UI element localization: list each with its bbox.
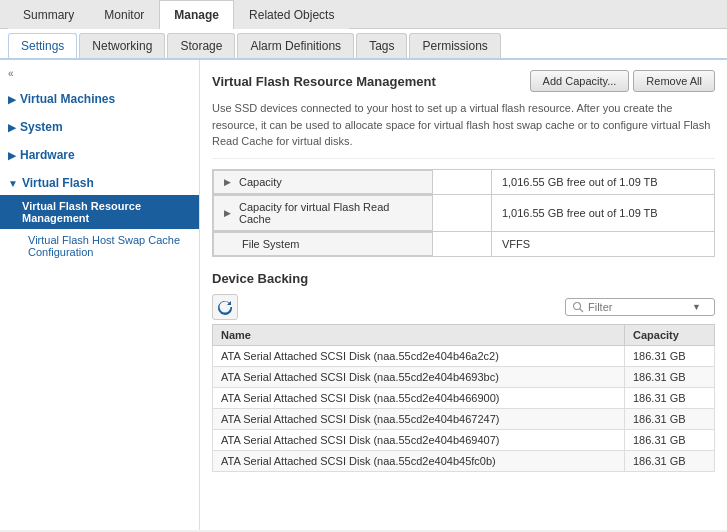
tab-manage[interactable]: Manage — [159, 0, 234, 29]
info-value: 1,016.55 GB free out of 1.09 TB — [491, 194, 714, 231]
tab-related-objects[interactable]: Related Objects — [234, 0, 349, 29]
info-label-text: Capacity for virtual Flash Read Cache — [239, 201, 422, 225]
description-text: Use SSD devices connected to your host t… — [212, 100, 715, 159]
device-name: ATA Serial Attached SCSI Disk (naa.55cd2… — [213, 450, 625, 471]
add-capacity-button[interactable]: Add Capacity... — [530, 70, 630, 92]
info-label: ▶ Capacity — [213, 170, 433, 194]
device-capacity: 186.31 GB — [625, 408, 715, 429]
btn-group: Add Capacity... Remove All — [530, 70, 715, 92]
info-table-row: ▶ Capacity for virtual Flash Read Cache … — [213, 194, 715, 231]
refresh-button[interactable] — [212, 294, 238, 320]
sidebar: « ▶ Virtual Machines ▶ System ▶ Hardware… — [0, 60, 200, 530]
tab-alarm-definitions[interactable]: Alarm Definitions — [237, 33, 354, 58]
expand-arrow[interactable]: ▶ — [224, 208, 231, 218]
sidebar-section-hardware: ▶ Hardware — [0, 143, 199, 167]
expand-arrow[interactable]: ▶ — [224, 177, 231, 187]
sidebar-item-vf-resource-mgmt[interactable]: Virtual Flash Resource Management — [0, 195, 199, 229]
device-name: ATA Serial Attached SCSI Disk (naa.55cd2… — [213, 429, 625, 450]
chevron-down-icon: ▼ — [8, 178, 18, 189]
tab-networking[interactable]: Networking — [79, 33, 165, 58]
device-capacity: 186.31 GB — [625, 366, 715, 387]
info-label-text: Capacity — [239, 176, 282, 188]
device-capacity: 186.31 GB — [625, 387, 715, 408]
sidebar-group-system[interactable]: ▶ System — [0, 115, 199, 139]
main-layout: « ▶ Virtual Machines ▶ System ▶ Hardware… — [0, 60, 727, 530]
column-header-name: Name — [213, 324, 625, 345]
filter-dropdown-arrow[interactable]: ▼ — [692, 302, 701, 312]
device-toolbar: ▼ — [212, 294, 715, 320]
table-row[interactable]: ATA Serial Attached SCSI Disk (naa.55cd2… — [213, 387, 715, 408]
sidebar-group-vms-label: Virtual Machines — [20, 92, 115, 106]
device-table: Name Capacity ATA Serial Attached SCSI D… — [212, 324, 715, 472]
sidebar-item-vf-host-swap[interactable]: Virtual Flash Host Swap Cache Configurat… — [0, 229, 199, 263]
info-table-row: ▶ Capacity 1,016.55 GB free out of 1.09 … — [213, 169, 715, 194]
sidebar-group-hardware[interactable]: ▶ Hardware — [0, 143, 199, 167]
remove-all-button[interactable]: Remove All — [633, 70, 715, 92]
section-header: Virtual Flash Resource Management Add Ca… — [212, 70, 715, 92]
collapse-sidebar[interactable]: « — [0, 64, 199, 83]
sidebar-group-virtual-flash-label: Virtual Flash — [22, 176, 94, 190]
sidebar-group-system-label: System — [20, 120, 63, 134]
chevron-right-icon-2: ▶ — [8, 122, 16, 133]
table-row[interactable]: ATA Serial Attached SCSI Disk (naa.55cd2… — [213, 408, 715, 429]
chevron-right-icon-3: ▶ — [8, 150, 16, 161]
device-backing-title: Device Backing — [212, 271, 715, 286]
filter-box: ▼ — [565, 298, 715, 316]
top-tabs: Summary Monitor Manage Related Objects — [0, 0, 727, 29]
sub-tabs: Settings Networking Storage Alarm Defini… — [0, 29, 727, 60]
info-table: ▶ Capacity 1,016.55 GB free out of 1.09 … — [212, 169, 715, 257]
table-row[interactable]: ATA Serial Attached SCSI Disk (naa.55cd2… — [213, 429, 715, 450]
tab-tags[interactable]: Tags — [356, 33, 407, 58]
refresh-icon — [217, 299, 233, 315]
sidebar-section-system: ▶ System — [0, 115, 199, 139]
section-title: Virtual Flash Resource Management — [212, 74, 436, 89]
info-label: ▶ Capacity for virtual Flash Read Cache — [213, 195, 433, 231]
svg-line-1 — [580, 308, 584, 312]
table-row[interactable]: ATA Serial Attached SCSI Disk (naa.55cd2… — [213, 345, 715, 366]
device-name: ATA Serial Attached SCSI Disk (naa.55cd2… — [213, 366, 625, 387]
sidebar-section-virtual-flash: ▼ Virtual Flash Virtual Flash Resource M… — [0, 171, 199, 263]
filter-input[interactable] — [588, 301, 688, 313]
info-label: File System — [213, 232, 433, 256]
device-capacity: 186.31 GB — [625, 345, 715, 366]
device-name: ATA Serial Attached SCSI Disk (naa.55cd2… — [213, 345, 625, 366]
sidebar-group-hardware-label: Hardware — [20, 148, 75, 162]
table-row[interactable]: ATA Serial Attached SCSI Disk (naa.55cd2… — [213, 450, 715, 471]
search-icon — [572, 301, 584, 313]
tab-monitor[interactable]: Monitor — [89, 0, 159, 29]
device-capacity: 186.31 GB — [625, 450, 715, 471]
chevron-right-icon: ▶ — [8, 94, 16, 105]
device-name: ATA Serial Attached SCSI Disk (naa.55cd2… — [213, 408, 625, 429]
sidebar-group-virtual-flash[interactable]: ▼ Virtual Flash — [0, 171, 199, 195]
svg-point-0 — [574, 302, 581, 309]
info-table-row: File System VFFS — [213, 231, 715, 256]
sidebar-section-vms: ▶ Virtual Machines — [0, 87, 199, 111]
tab-settings[interactable]: Settings — [8, 33, 77, 58]
info-value: 1,016.55 GB free out of 1.09 TB — [491, 169, 714, 194]
tab-summary[interactable]: Summary — [8, 0, 89, 29]
device-capacity: 186.31 GB — [625, 429, 715, 450]
tab-storage[interactable]: Storage — [167, 33, 235, 58]
content-area: Virtual Flash Resource Management Add Ca… — [200, 60, 727, 530]
tab-permissions[interactable]: Permissions — [409, 33, 500, 58]
sidebar-group-virtual-machines[interactable]: ▶ Virtual Machines — [0, 87, 199, 111]
column-header-capacity: Capacity — [625, 324, 715, 345]
info-label-text: File System — [242, 238, 299, 250]
table-row[interactable]: ATA Serial Attached SCSI Disk (naa.55cd2… — [213, 366, 715, 387]
info-value: VFFS — [491, 231, 714, 256]
device-name: ATA Serial Attached SCSI Disk (naa.55cd2… — [213, 387, 625, 408]
